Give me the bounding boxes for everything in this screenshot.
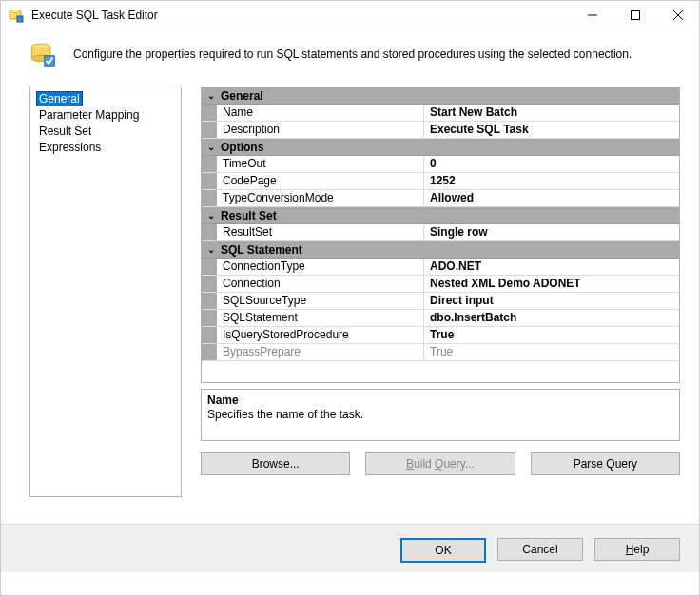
close-button[interactable] bbox=[656, 1, 699, 29]
property-value[interactable]: True bbox=[424, 327, 679, 343]
property-value[interactable]: ADO.NET bbox=[424, 259, 679, 275]
section-title: General bbox=[221, 89, 263, 103]
row-gutter bbox=[202, 105, 217, 121]
parse-query-button[interactable]: Parse Query bbox=[531, 452, 680, 475]
build-query-button: Build Query... bbox=[365, 452, 515, 475]
sql-task-icon bbox=[29, 41, 56, 67]
property-value[interactable]: 1252 bbox=[424, 173, 679, 189]
row-gutter bbox=[202, 259, 217, 275]
property-value[interactable]: Allowed bbox=[424, 190, 679, 206]
cancel-button[interactable]: Cancel bbox=[497, 538, 583, 561]
property-grid: ⌄ General Name Start New Batch Descripti… bbox=[201, 87, 680, 383]
footer-bar: OK Cancel Help bbox=[1, 524, 699, 572]
property-row[interactable]: SQLStatement dbo.InsertBatch bbox=[202, 310, 679, 327]
property-value[interactable]: 0 bbox=[424, 156, 679, 172]
property-row[interactable]: TimeOut 0 bbox=[202, 156, 679, 173]
titlebar: Execute SQL Task Editor bbox=[1, 1, 699, 29]
row-gutter bbox=[202, 173, 217, 189]
property-label: SQLSourceType bbox=[217, 293, 424, 309]
section-title: SQL Statement bbox=[221, 243, 302, 257]
property-value: True bbox=[424, 344, 679, 360]
browse-button[interactable]: Browse... bbox=[201, 452, 350, 475]
property-row[interactable]: Connection Nested XML Demo ADONET bbox=[202, 276, 679, 293]
section-header-result-set[interactable]: ⌄ Result Set bbox=[202, 207, 679, 224]
action-row: Browse... Build Query... Parse Query bbox=[201, 452, 680, 475]
help-text: Specifies the name of the task. bbox=[207, 408, 673, 421]
property-value[interactable]: Nested XML Demo ADONET bbox=[424, 276, 679, 292]
property-row: BypassPrepare True bbox=[202, 344, 679, 361]
svg-rect-2 bbox=[17, 16, 23, 22]
section-title: Result Set bbox=[221, 209, 277, 222]
section-header-sql-statement[interactable]: ⌄ SQL Statement bbox=[202, 241, 679, 259]
app-icon bbox=[9, 8, 24, 23]
svg-point-1 bbox=[10, 10, 21, 12]
property-value[interactable]: Direct input bbox=[424, 293, 679, 309]
svg-rect-4 bbox=[631, 10, 639, 19]
property-value[interactable]: Execute SQL Task bbox=[424, 122, 679, 138]
chevron-down-icon: ⌄ bbox=[205, 142, 217, 152]
nav-item-result-set[interactable]: Result Set bbox=[36, 124, 94, 139]
nav-item-general[interactable]: General bbox=[36, 91, 83, 106]
row-gutter bbox=[202, 190, 217, 206]
minimize-button[interactable] bbox=[571, 1, 613, 29]
window-title: Execute SQL Task Editor bbox=[31, 9, 571, 22]
row-gutter bbox=[202, 293, 217, 309]
property-row[interactable]: SQLSourceType Direct input bbox=[202, 293, 679, 310]
section-header-general[interactable]: ⌄ General bbox=[202, 87, 679, 105]
property-label: ResultSet bbox=[217, 224, 424, 240]
row-gutter bbox=[202, 224, 217, 240]
property-label: SQLStatement bbox=[217, 310, 424, 326]
row-gutter bbox=[202, 156, 217, 172]
property-label: BypassPrepare bbox=[217, 344, 424, 360]
row-gutter bbox=[202, 276, 217, 292]
section-header-options[interactable]: ⌄ Options bbox=[202, 139, 679, 156]
property-row[interactable]: IsQueryStoredProcedure True bbox=[202, 327, 679, 344]
nav-item-parameter-mapping[interactable]: Parameter Mapping bbox=[36, 107, 142, 123]
property-label: Description bbox=[217, 122, 424, 138]
property-help-panel: Name Specifies the name of the task. bbox=[201, 389, 680, 441]
section-title: Options bbox=[221, 141, 263, 154]
nav-item-expressions[interactable]: Expressions bbox=[36, 140, 104, 155]
chevron-down-icon: ⌄ bbox=[205, 90, 217, 101]
chevron-down-icon: ⌄ bbox=[205, 210, 217, 221]
property-label: IsQueryStoredProcedure bbox=[217, 327, 424, 343]
help-button[interactable]: Help bbox=[594, 538, 680, 561]
header-strip: Configure the properties required to run… bbox=[1, 29, 699, 87]
property-row[interactable]: ResultSet Single row bbox=[202, 224, 679, 241]
property-row[interactable]: Description Execute SQL Task bbox=[202, 122, 679, 139]
row-gutter bbox=[202, 327, 217, 343]
header-description: Configure the properties required to run… bbox=[73, 48, 632, 61]
property-label: TimeOut bbox=[217, 156, 424, 172]
property-row[interactable]: ConnectionType ADO.NET bbox=[202, 259, 679, 276]
right-column: ⌄ General Name Start New Batch Descripti… bbox=[201, 87, 680, 497]
ok-button[interactable]: OK bbox=[400, 538, 486, 563]
row-gutter bbox=[202, 310, 217, 326]
property-row[interactable]: Name Start New Batch bbox=[202, 105, 679, 122]
property-label: CodePage bbox=[217, 173, 424, 189]
property-value[interactable]: dbo.InsertBatch bbox=[424, 310, 679, 326]
row-gutter bbox=[202, 122, 217, 138]
main-area: General Parameter Mapping Result Set Exp… bbox=[1, 87, 699, 507]
property-value[interactable]: Start New Batch bbox=[424, 105, 679, 121]
property-value[interactable]: Single row bbox=[424, 224, 679, 240]
row-gutter bbox=[202, 344, 217, 360]
property-label: Name bbox=[217, 105, 424, 121]
property-label: ConnectionType bbox=[217, 259, 424, 275]
help-title: Name bbox=[207, 394, 673, 407]
property-row[interactable]: TypeConversionMode Allowed bbox=[202, 190, 679, 207]
nav-pane: General Parameter Mapping Result Set Exp… bbox=[29, 87, 182, 497]
property-row[interactable]: CodePage 1252 bbox=[202, 173, 679, 190]
chevron-down-icon: ⌄ bbox=[205, 244, 217, 255]
property-label: Connection bbox=[217, 276, 424, 292]
property-label: TypeConversionMode bbox=[217, 190, 424, 206]
maximize-button[interactable] bbox=[613, 1, 656, 29]
